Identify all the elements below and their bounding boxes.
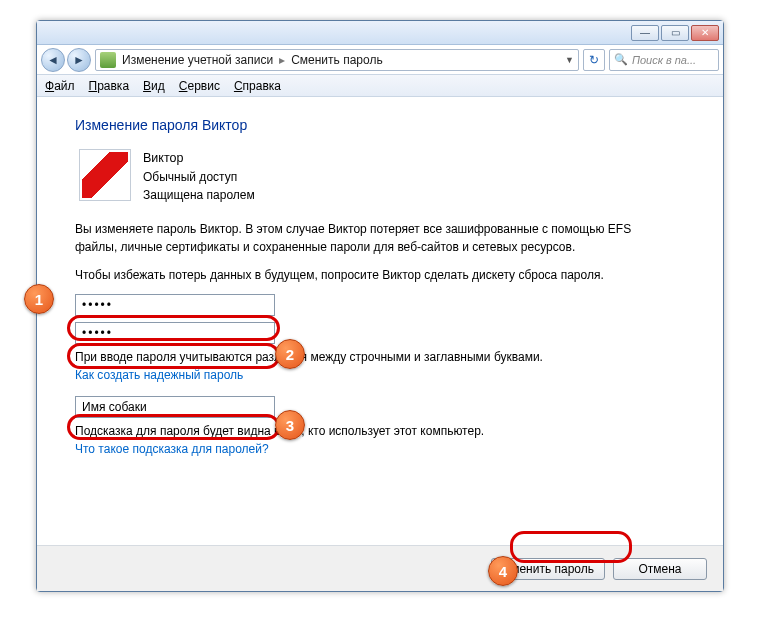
search-input[interactable]: 🔍 Поиск в па... [609, 49, 719, 71]
refresh-button[interactable]: ↻ [583, 49, 605, 71]
forward-button[interactable]: ► [67, 48, 91, 72]
menu-help[interactable]: Справка [234, 79, 281, 93]
warning-efs: Вы изменяете пароль Виктор. В этом случа… [75, 220, 665, 256]
maximize-button[interactable]: ▭ [661, 25, 689, 41]
back-button[interactable]: ◄ [41, 48, 65, 72]
menu-tools[interactable]: Сервис [179, 79, 220, 93]
page-title: Изменение пароля Виктор [75, 117, 693, 133]
breadcrumb[interactable]: Изменение учетной записи ▸ Сменить парол… [95, 49, 579, 71]
password-hint-field[interactable] [75, 396, 275, 418]
navbar: ◄ ► Изменение учетной записи ▸ Сменить п… [37, 45, 723, 75]
search-icon: 🔍 [614, 53, 628, 66]
window-chrome: — ▭ ✕ ◄ ► Изменение учетной записи ▸ Сме… [36, 20, 724, 592]
user-name: Виктор [143, 149, 255, 168]
menubar: Файл Правка Вид Сервис Справка [37, 75, 723, 97]
search-placeholder: Поиск в па... [632, 54, 696, 66]
users-icon [100, 52, 116, 68]
close-button[interactable]: ✕ [691, 25, 719, 41]
menu-edit[interactable]: Правка [89, 79, 130, 93]
change-password-button[interactable]: Сменить пароль [491, 558, 605, 580]
breadcrumb-part1: Изменение учетной записи [122, 53, 273, 67]
warning-floppy: Чтобы избежать потерь данных в будущем, … [75, 266, 665, 284]
user-protected: Защищена паролем [143, 186, 255, 204]
minimize-button[interactable]: — [631, 25, 659, 41]
content-area: Изменение пароля Виктор Виктор Обычный д… [37, 97, 723, 545]
user-access: Обычный доступ [143, 168, 255, 186]
menu-view[interactable]: Вид [143, 79, 165, 93]
user-info: Виктор Обычный доступ Защищена паролем [143, 149, 255, 204]
footer: Сменить пароль Отмена [37, 545, 723, 591]
user-block: Виктор Обычный доступ Защищена паролем [79, 149, 693, 204]
breadcrumb-dropdown-icon[interactable]: ▼ [565, 55, 574, 65]
case-note: При вводе пароля учитываются различия ме… [75, 350, 693, 364]
strong-password-link[interactable]: Как создать надежный пароль [75, 368, 243, 382]
new-password-field[interactable] [75, 294, 275, 316]
titlebar: — ▭ ✕ [37, 21, 723, 45]
menu-file[interactable]: Файл [45, 79, 75, 93]
breadcrumb-part2: Сменить пароль [291, 53, 383, 67]
chevron-right-icon: ▸ [279, 53, 285, 67]
avatar [79, 149, 131, 201]
hint-help-link[interactable]: Что такое подсказка для паролей? [75, 442, 269, 456]
hint-visibility-note: Подсказка для пароля будет видна всем, к… [75, 424, 693, 438]
cancel-button[interactable]: Отмена [613, 558, 707, 580]
confirm-password-field[interactable] [75, 322, 275, 344]
